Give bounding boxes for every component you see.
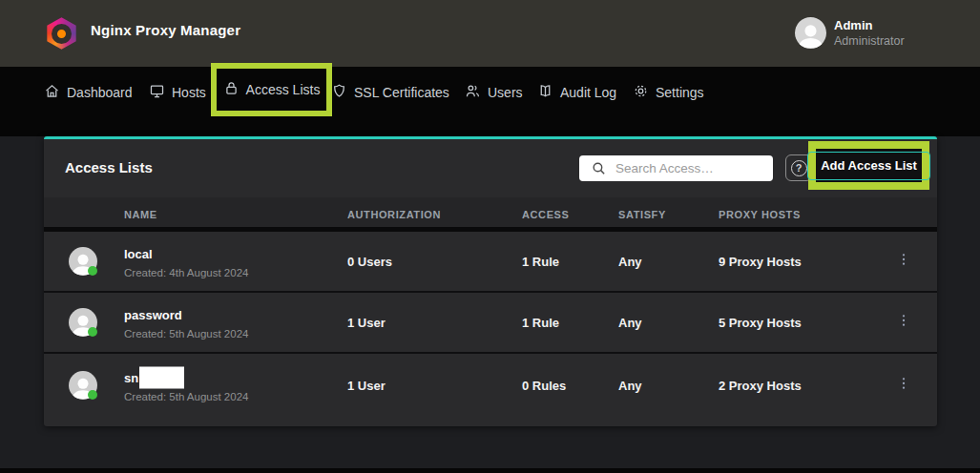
access-list-name: password (124, 308, 182, 322)
satisfy-value: Any (618, 316, 642, 330)
app-logo-icon (46, 17, 77, 50)
table-row[interactable]: sn Created: 5th August 2024 1 User 0 Rul… (44, 354, 937, 417)
user-name: Admin (834, 18, 949, 32)
lock-icon (223, 80, 240, 99)
nav-item-label: Access Lists (246, 82, 321, 97)
row-actions-menu-button[interactable] (893, 312, 914, 333)
name-cell: local Created: 4th August 2024 (124, 245, 248, 278)
nav-item-label: SSL Certificates (354, 85, 449, 100)
user-role: Administrator (834, 34, 949, 48)
nav-item-label: Audit Log (560, 85, 616, 100)
bottom-edge-strip (0, 468, 980, 473)
nav-item-label: Dashboard (67, 85, 133, 100)
column-header-proxy-hosts: PROXY HOSTS (719, 209, 801, 220)
gear-icon (633, 83, 649, 102)
column-header-name: NAME (124, 209, 157, 220)
row-actions-menu-button[interactable] (893, 251, 914, 272)
top-bar: Nginx Proxy Manager Admin Administrator (0, 0, 980, 67)
authorization-value: 1 User (347, 316, 386, 330)
nav-item-users[interactable]: Users (465, 76, 523, 108)
created-date: Created: 5th August 2024 (124, 328, 248, 339)
book-icon (537, 83, 553, 102)
table-header: NAME AUTHORIZATION ACCESS SATISFY PROXY … (44, 197, 937, 232)
nav-item-label: Hosts (172, 85, 206, 100)
monitor-icon (149, 83, 165, 102)
satisfy-value: Any (618, 379, 642, 393)
question-mark-icon: ? (791, 160, 807, 176)
access-value: 1 Rule (522, 316, 559, 330)
users-icon (465, 83, 481, 102)
nav-item-hosts[interactable]: Hosts (149, 76, 206, 108)
nav-item-access-lists[interactable]: Access Lists (223, 74, 321, 106)
online-status-dot (88, 390, 97, 400)
column-header-satisfy: SATISFY (618, 209, 666, 220)
name-cell: password Created: 5th August 2024 (124, 306, 248, 339)
created-date: Created: 4th August 2024 (124, 267, 248, 278)
online-status-dot (88, 266, 97, 276)
nav-item-label: Users (488, 85, 523, 100)
nav-item-label: Settings (656, 85, 704, 100)
search-input[interactable] (579, 155, 773, 181)
shield-icon (331, 83, 347, 102)
authorization-value: 0 Users (347, 255, 392, 269)
satisfy-value: Any (618, 255, 642, 269)
proxy-hosts-value: 2 Proxy Hosts (719, 379, 802, 393)
access-lists-panel: Access Lists ? Add Access List NAME AUTH… (44, 136, 937, 426)
nav-item-ssl-certificates[interactable]: SSL Certificates (331, 76, 449, 108)
column-header-access: ACCESS (522, 209, 569, 220)
table-row[interactable]: password Created: 5th August 2024 1 User… (44, 293, 937, 354)
proxy-hosts-value: 5 Proxy Hosts (719, 316, 802, 330)
nav-item-audit-log[interactable]: Audit Log (537, 76, 616, 108)
table-body: local Created: 4th August 2024 0 Users 1… (44, 232, 937, 417)
access-list-name: sn (124, 371, 138, 385)
dots-vertical-icon (896, 252, 911, 271)
access-lists-highlight-annotation: Access Lists (211, 63, 332, 116)
panel-header: Access Lists ? Add Access List (44, 139, 937, 197)
access-list-name: local (124, 247, 153, 261)
access-value: 0 Rules (522, 379, 566, 393)
add-button-highlight-annotation: Add Access List (808, 141, 929, 190)
created-date: Created: 5th August 2024 (124, 391, 248, 402)
nav-item-settings[interactable]: Settings (633, 76, 704, 108)
nav-item-dashboard[interactable]: Dashboard (44, 76, 133, 108)
table-row[interactable]: local Created: 4th August 2024 0 Users 1… (44, 232, 937, 293)
redaction-box (139, 367, 184, 389)
name-cell: sn Created: 5th August 2024 (124, 369, 248, 402)
authorization-value: 1 User (347, 379, 386, 393)
access-value: 1 Rule (522, 255, 559, 269)
user-avatar[interactable] (795, 17, 826, 49)
online-status-dot (88, 327, 97, 337)
row-actions-menu-button[interactable] (893, 375, 914, 396)
dots-vertical-icon (896, 313, 911, 332)
search-box (579, 155, 773, 181)
dots-vertical-icon (896, 376, 911, 395)
column-header-authorization: AUTHORIZATION (347, 209, 441, 220)
main-nav: Dashboard Hosts Access Lists SSL Certifi… (0, 67, 980, 136)
panel-title: Access Lists (65, 159, 153, 175)
proxy-hosts-value: 9 Proxy Hosts (719, 255, 802, 269)
add-access-list-button[interactable]: Add Access List (807, 152, 930, 180)
home-icon (44, 83, 60, 102)
app-title: Nginx Proxy Manager (91, 22, 240, 38)
